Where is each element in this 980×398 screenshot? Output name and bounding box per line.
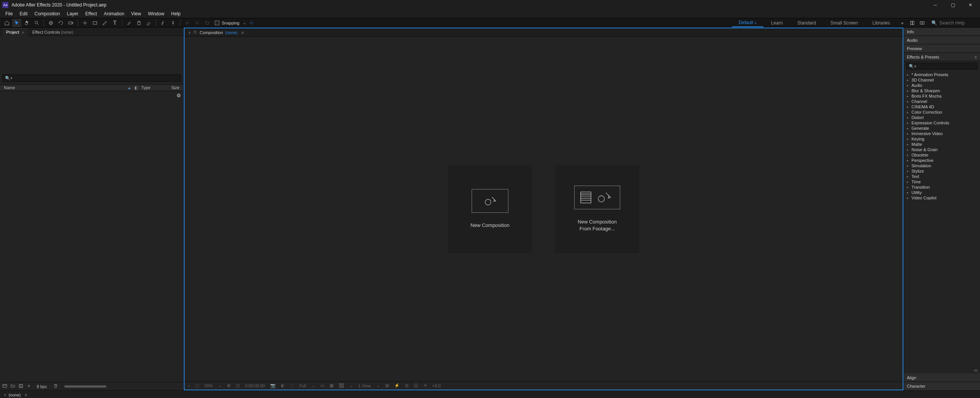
fx-category[interactable]: ▸Immersive Video	[904, 131, 980, 136]
current-time[interactable]: 0:00:00:00	[245, 383, 265, 388]
pixel-aspect-icon[interactable]: ▤	[385, 383, 389, 388]
col-name[interactable]: Name	[4, 85, 128, 90]
workspace-overflow[interactable]: »	[898, 19, 907, 27]
panel-align[interactable]: Align	[904, 374, 980, 382]
tab-effect-controls[interactable]: Effect Controls (none)	[29, 29, 77, 36]
panel-preview[interactable]: Preview	[904, 44, 980, 53]
menu-composition[interactable]: Composition	[31, 10, 63, 17]
fx-category[interactable]: ▸Channel	[904, 99, 980, 104]
eraser-tool[interactable]	[144, 19, 154, 27]
fx-category[interactable]: ▸Blur & Sharpen	[904, 88, 980, 93]
fx-category[interactable]: ▸Matte	[904, 142, 980, 147]
clone-stamp-tool[interactable]	[134, 19, 144, 27]
close-tab-icon[interactable]: ×	[4, 393, 6, 397]
zoom-tool[interactable]	[32, 19, 41, 27]
workspace-small-screen[interactable]: Small Screen	[824, 19, 865, 27]
fx-category[interactable]: ▸Boris FX Mocha	[904, 93, 980, 99]
fx-category[interactable]: ▸3D Channel	[904, 77, 980, 83]
chevron-down-icon[interactable]: ⌄	[376, 383, 380, 388]
effects-search[interactable]: 🔍▾	[906, 63, 978, 70]
3d-view-icon[interactable]: ⬛	[339, 383, 344, 388]
comp-flowchart-icon[interactable]: 品	[414, 383, 418, 388]
transparency-grid-icon[interactable]: ▦	[330, 383, 333, 388]
tab-project[interactable]: Project ≡	[2, 28, 28, 36]
exposure-icon[interactable]: ☀	[423, 383, 427, 388]
panel-info[interactable]: Info	[904, 28, 980, 36]
fx-category[interactable]: ▸Audio	[904, 83, 980, 88]
fx-category[interactable]: ▸Utility	[904, 190, 980, 195]
fx-category[interactable]: ▸Simulation	[904, 163, 980, 168]
camera-tool[interactable]	[66, 19, 75, 27]
flowchart-icon[interactable]: ⚙	[176, 93, 181, 98]
lock-icon[interactable]	[193, 30, 197, 35]
new-folder-icon[interactable]	[10, 383, 15, 390]
menu-help[interactable]: Help	[168, 10, 184, 17]
local-axis-mode[interactable]	[183, 19, 192, 27]
fx-category[interactable]: ▸Video Copilot	[904, 195, 980, 201]
chevron-down-icon[interactable]: ⌄	[312, 383, 315, 388]
toggle-mask-icon[interactable]: ◫	[236, 383, 240, 388]
orbit-tool[interactable]	[46, 19, 56, 27]
panel-character[interactable]: Character	[904, 382, 980, 390]
exposure-value[interactable]: +0.0	[433, 383, 441, 388]
panel-menu-icon[interactable]: ≡	[24, 393, 27, 397]
rotation-tool[interactable]	[56, 19, 65, 27]
project-settings-icon[interactable]	[26, 383, 31, 390]
new-bin-icon[interactable]: ▭	[974, 368, 978, 373]
roto-brush-tool[interactable]	[158, 19, 168, 27]
view-axis-mode[interactable]	[203, 19, 212, 27]
panel-menu-icon[interactable]: ≡	[241, 30, 243, 35]
fast-previews-icon[interactable]: ⚡	[394, 383, 400, 388]
new-composition-from-footage-button[interactable]: New CompositionFrom Footage...	[555, 165, 639, 253]
snap-to-edge-icon[interactable]	[247, 19, 256, 27]
menu-window[interactable]: Window	[145, 10, 167, 17]
menu-view[interactable]: View	[128, 10, 144, 17]
pen-tool[interactable]	[100, 19, 109, 27]
trash-icon[interactable]	[53, 383, 58, 390]
new-comp-icon[interactable]	[18, 383, 23, 390]
panel-effects-presets[interactable]: Effects & Presets ≡	[904, 53, 980, 61]
workspace-default[interactable]: Default ≡	[732, 19, 764, 27]
type-tool[interactable]: T	[110, 19, 119, 27]
menu-animation[interactable]: Animation	[101, 10, 127, 17]
search-help-input[interactable]	[939, 20, 978, 26]
fx-category[interactable]: ▸Noise & Grain	[904, 147, 980, 152]
fx-category[interactable]: ▸Color Correction	[904, 109, 980, 115]
workspace-libraries[interactable]: Libraries	[866, 19, 897, 27]
resolution[interactable]: Full	[299, 383, 306, 388]
pan-behind-tool[interactable]	[80, 19, 90, 27]
zoom-level[interactable]: 50%	[204, 383, 213, 388]
project-search[interactable]: 🔍▾	[2, 74, 181, 82]
sync-settings-icon[interactable]	[918, 19, 927, 27]
snapping-toggle[interactable]: Snapping ⌄	[215, 20, 246, 25]
fx-category[interactable]: ▸* Animation Presets	[904, 72, 980, 77]
project-item-list[interactable]: ⚙	[0, 91, 183, 382]
panel-audio[interactable]: Audio	[904, 36, 980, 44]
chevron-down-icon[interactable]: ⌄	[218, 383, 222, 388]
fx-category[interactable]: ▸Expression Controls	[904, 120, 980, 126]
workspace-learn[interactable]: Learn	[764, 19, 790, 27]
close-button[interactable]: ✕	[962, 0, 979, 10]
close-tab-icon[interactable]: ×	[188, 30, 191, 35]
fx-category[interactable]: ▸Obsolete	[904, 152, 980, 158]
fx-category[interactable]: ▸Distort	[904, 115, 980, 120]
hand-tool[interactable]	[22, 19, 31, 27]
col-type[interactable]: Type	[141, 85, 164, 90]
timeline-icon[interactable]: ⊟	[405, 383, 408, 388]
chevron-down-icon[interactable]: ⌄	[243, 20, 246, 25]
fx-category[interactable]: ▸Transition	[904, 184, 980, 190]
col-size[interactable]: Size	[164, 85, 180, 90]
selection-tool[interactable]	[12, 19, 21, 27]
fx-category[interactable]: ▸Keying	[904, 136, 980, 142]
always-preview-icon[interactable]: ▫	[188, 383, 190, 388]
reset-exposure-icon[interactable]: ⬚	[290, 383, 294, 388]
panel-menu-icon[interactable]: ≡	[22, 31, 24, 34]
fx-category[interactable]: ▸Stylize	[904, 168, 980, 174]
menu-file[interactable]: File	[2, 10, 16, 17]
chevron-down-icon[interactable]: ⌄	[350, 383, 353, 388]
label-col-icon[interactable]: ◧	[134, 85, 138, 90]
maximize-button[interactable]: ▢	[944, 0, 962, 10]
reset-workspace-icon[interactable]	[908, 19, 917, 27]
grid-icon[interactable]: ⊞	[227, 383, 230, 388]
fx-category[interactable]: ▸Generate	[904, 126, 980, 131]
